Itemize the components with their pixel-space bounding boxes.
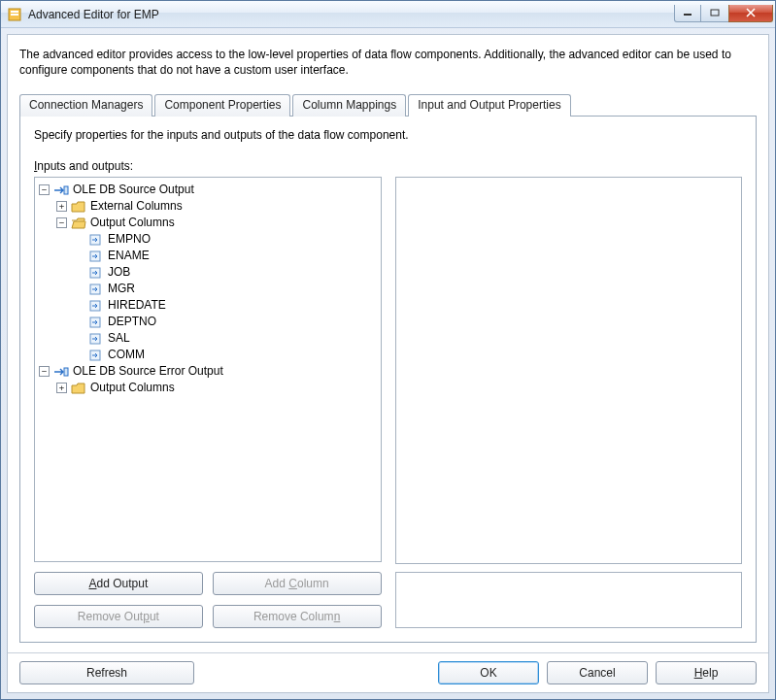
tree-node-column[interactable]: EMPNO bbox=[74, 231, 379, 248]
remove-column-button[interactable]: Remove Column bbox=[213, 605, 382, 628]
minimize-button[interactable] bbox=[674, 5, 701, 22]
column-icon bbox=[88, 250, 104, 263]
collapse-icon[interactable]: − bbox=[39, 366, 50, 377]
column-icon bbox=[88, 283, 104, 296]
tree-node-label: OLE DB Source Output bbox=[73, 182, 194, 198]
tree-node-column[interactable]: ENAME bbox=[74, 248, 379, 264]
panel-instruction: Specify properties for the inputs and ou… bbox=[34, 128, 742, 142]
tree-node-label: External Columns bbox=[90, 198, 183, 215]
titlebar[interactable]: Advanced Editor for EMP bbox=[1, 1, 775, 28]
tree-node-external-columns[interactable]: + External Columns bbox=[56, 198, 379, 215]
collapse-icon[interactable]: − bbox=[56, 217, 67, 228]
io-tree[interactable]: − OLE DB Source Output + bbox=[34, 177, 382, 562]
tabstrip: Connection Managers Component Properties… bbox=[19, 94, 757, 117]
tree-node-label: Output Columns bbox=[90, 380, 175, 396]
client-area: The advanced editor provides access to t… bbox=[7, 34, 769, 693]
refresh-button[interactable]: Refresh bbox=[19, 661, 194, 684]
maximize-button[interactable] bbox=[701, 5, 728, 22]
tree-node-column[interactable]: JOB bbox=[74, 264, 379, 281]
close-button[interactable] bbox=[728, 5, 773, 22]
tab-component-properties[interactable]: Component Properties bbox=[154, 94, 290, 117]
svg-rect-4 bbox=[711, 10, 719, 16]
separator bbox=[8, 652, 768, 653]
add-output-button[interactable]: Add Output bbox=[34, 572, 203, 595]
tab-input-output-properties[interactable]: Input and Output Properties bbox=[408, 94, 570, 117]
tree-node-label: JOB bbox=[108, 264, 130, 281]
svg-rect-2 bbox=[11, 14, 18, 16]
tree-node-label: DEPTNO bbox=[108, 314, 156, 330]
output-icon bbox=[53, 183, 69, 197]
tree-node-output-columns[interactable]: − Output Columns bbox=[56, 215, 379, 231]
dialog-window: Advanced Editor for EMP The advanced edi… bbox=[0, 0, 776, 700]
tree-node-column[interactable]: MGR bbox=[74, 281, 379, 297]
help-button[interactable]: Help bbox=[656, 661, 757, 684]
tree-node-label: Output Columns bbox=[90, 215, 175, 231]
dialog-footer: Refresh OK Cancel Help bbox=[19, 661, 757, 684]
column-icon bbox=[88, 266, 104, 280]
tree-node-label: COMM bbox=[108, 347, 145, 363]
tree-node-source-output[interactable]: − OLE DB Source Output bbox=[39, 182, 379, 198]
add-column-button[interactable]: Add Column bbox=[213, 572, 382, 595]
tree-node-column[interactable]: SAL bbox=[74, 330, 379, 347]
app-icon bbox=[7, 7, 22, 22]
tab-connection-managers[interactable]: Connection Managers bbox=[19, 94, 152, 117]
tree-node-column[interactable]: DEPTNO bbox=[74, 314, 379, 330]
svg-rect-1 bbox=[11, 11, 18, 13]
folder-icon bbox=[71, 200, 86, 214]
collapse-icon[interactable]: − bbox=[39, 184, 50, 195]
property-description-pane bbox=[395, 572, 743, 628]
svg-rect-16 bbox=[64, 368, 68, 376]
svg-rect-3 bbox=[684, 14, 692, 16]
tab-column-mappings[interactable]: Column Mappings bbox=[292, 94, 406, 117]
tree-node-label: ENAME bbox=[108, 248, 150, 264]
tree-node-column[interactable]: COMM bbox=[74, 347, 379, 363]
column-icon bbox=[88, 332, 104, 346]
tree-node-column[interactable]: HIREDATE bbox=[74, 297, 379, 314]
tree-label: Inputs and outputs: bbox=[34, 159, 742, 173]
tree-node-label: SAL bbox=[108, 330, 130, 347]
tree-node-label: OLE DB Source Error Output bbox=[73, 363, 223, 380]
tree-node-label: HIREDATE bbox=[108, 297, 166, 314]
window-title: Advanced Editor for EMP bbox=[28, 8, 674, 21]
column-icon bbox=[88, 233, 104, 247]
tree-node-label: MGR bbox=[108, 281, 135, 297]
dialog-description: The advanced editor provides access to t… bbox=[19, 47, 757, 78]
folder-open-icon bbox=[71, 217, 86, 230]
remove-output-button[interactable]: Remove Output bbox=[34, 605, 203, 628]
expand-icon[interactable]: + bbox=[56, 383, 67, 393]
column-icon bbox=[88, 299, 104, 313]
tab-panel: Specify properties for the inputs and ou… bbox=[19, 116, 757, 643]
tree-node-error-output[interactable]: − OLE DB Source Error Output bbox=[39, 363, 379, 380]
tree-node-label: EMPNO bbox=[108, 231, 151, 248]
output-icon bbox=[53, 365, 69, 379]
cancel-button[interactable]: Cancel bbox=[547, 661, 648, 684]
svg-rect-7 bbox=[64, 186, 68, 194]
expand-icon[interactable]: + bbox=[56, 201, 67, 212]
column-icon bbox=[88, 316, 104, 329]
ok-button[interactable]: OK bbox=[438, 661, 539, 684]
folder-icon bbox=[71, 382, 86, 395]
tree-node-error-output-columns[interactable]: + Output Columns bbox=[56, 380, 379, 396]
column-icon bbox=[88, 349, 104, 362]
property-grid[interactable] bbox=[395, 177, 743, 564]
